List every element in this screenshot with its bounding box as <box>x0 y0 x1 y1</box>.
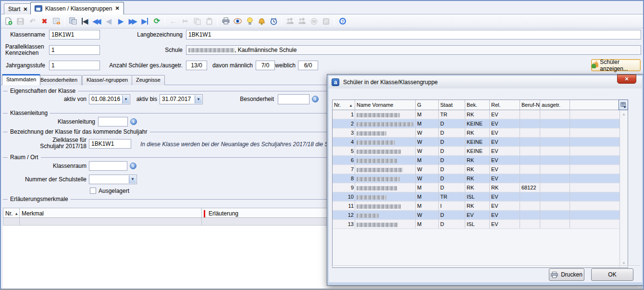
schueler-anzeigen-button[interactable]: Schüler anzeigen... <box>591 59 641 71</box>
klassenname-input[interactable]: 1BK1W1 <box>49 30 100 39</box>
student-row[interactable]: 3WDRKEV <box>333 128 619 138</box>
col-ausgetr[interactable]: ausgetr. <box>540 100 570 110</box>
jahrgangsstufe-input[interactable]: 1 <box>49 61 100 70</box>
cell-beruf_nr: 68122 <box>520 183 540 192</box>
tip-bulb-icon[interactable] <box>244 16 255 27</box>
student-row[interactable]: 1MTRRKEV <box>333 110 619 119</box>
ok-button[interactable]: OK <box>591 268 633 281</box>
merkmal-col-merkmal[interactable]: Merkmal <box>20 208 202 217</box>
nav-last-icon[interactable]: ▶ <box>139 16 150 27</box>
chevron-down-icon[interactable]: ▼ <box>122 95 129 103</box>
close-icon[interactable]: ✕ <box>115 5 119 12</box>
filter-settings-icon[interactable] <box>309 16 320 27</box>
col-beruf-nr[interactable]: Beruf-Nr. <box>520 100 540 110</box>
col-staat[interactable]: Staat <box>439 100 465 110</box>
subtab-klassengruppen[interactable]: Klasse/-ngruppen <box>82 75 132 85</box>
ausgelagert-checkbox[interactable] <box>90 188 96 194</box>
doc-tab-start[interactable]: Start ✕ <box>4 3 32 14</box>
col-g[interactable]: G <box>416 100 439 110</box>
col-rel[interactable]: Rel. <box>490 100 520 110</box>
student-row[interactable]: 4WDKEINEEV <box>333 138 619 147</box>
copy-record-icon[interactable] <box>67 16 78 27</box>
student-row[interactable]: 13MDISLEV <box>333 220 619 229</box>
student-row[interactable]: 6MDRKEV <box>333 156 619 165</box>
klassenraum-input[interactable] <box>89 161 127 171</box>
paste-icon[interactable] <box>204 16 215 27</box>
doc-tab-klassen[interactable]: Klassen / Klassengruppen ✕ <box>30 2 124 14</box>
schulstelle-select[interactable]: ▼ <box>89 175 137 184</box>
nav-next-fast-icon[interactable]: ▶▶ <box>127 16 138 27</box>
chevron-down-icon[interactable]: ▼ <box>195 95 202 103</box>
cut-icon[interactable]: ✂ <box>180 16 191 27</box>
cell-beruf_nr <box>520 110 540 119</box>
cell-staat: D <box>439 128 465 137</box>
student-row[interactable]: 10MTRISLEV <box>333 192 619 202</box>
col-bek[interactable]: Bek. <box>465 100 490 110</box>
klassenleitung-info-icon[interactable]: i <box>130 118 137 125</box>
subtab-zeugnisse[interactable]: Zeugnisse <box>132 75 165 85</box>
dialog-close-button[interactable]: ✕ <box>617 75 636 84</box>
new-record-icon[interactable] <box>3 16 14 27</box>
student-row[interactable]: 12WDEVEV <box>333 211 619 220</box>
redacted-student-name <box>357 131 386 136</box>
scroll-up-icon[interactable]: ▲ <box>620 111 628 118</box>
dialog-titlebar[interactable]: a Schüler in der Klasse/Klassengruppe ✕ <box>329 76 642 88</box>
parallelklassen-label: Parallelklassen Kennzeichen <box>5 44 51 56</box>
delete-record-icon[interactable]: ✖ <box>39 16 50 27</box>
cell-bek: KEINE <box>465 138 490 146</box>
preview-eye-icon[interactable] <box>232 16 243 27</box>
notification-bell-icon[interactable] <box>256 16 267 27</box>
redacted-student-name <box>357 140 395 145</box>
cell-g: W <box>416 174 439 183</box>
student-row[interactable]: 2MDKEINEEV <box>333 119 619 128</box>
besonderheit-info-icon[interactable]: i <box>312 96 319 102</box>
reminder-clock-icon[interactable] <box>268 16 279 27</box>
undo-icon[interactable]: ↶ <box>27 16 38 27</box>
student-row[interactable]: 5WDKEINEEV <box>333 147 619 156</box>
toolbar-separator <box>334 16 334 26</box>
print-icon[interactable] <box>220 16 231 27</box>
cell-name <box>355 211 416 219</box>
drucken-button[interactable]: Drucken <box>549 268 584 281</box>
chevron-down-icon[interactable]: ▼ <box>129 176 136 183</box>
aktiv-von-input[interactable]: 01.08.2016 ▼ <box>89 94 130 104</box>
refresh-icon[interactable]: ⟳ <box>151 16 162 27</box>
notes-icon[interactable] <box>321 16 332 27</box>
klassenleitung-input[interactable] <box>98 117 128 126</box>
copy-icon[interactable] <box>192 16 203 27</box>
col-name-vorname[interactable]: Name Vorname <box>355 100 416 110</box>
redacted-student-name <box>357 223 398 227</box>
parents-group-icon[interactable] <box>297 16 308 27</box>
cell-nr: 4 <box>333 138 355 146</box>
nav-prev-icon[interactable]: ◀ <box>103 16 114 27</box>
zielklasse-input[interactable]: 1BK1W1 <box>89 139 131 149</box>
nav-next-icon[interactable]: ▶ <box>115 16 126 27</box>
nav-prev-fast-icon[interactable]: ◀◀ <box>91 16 102 27</box>
cell-g: M <box>416 220 439 228</box>
student-row[interactable]: 8WDRKEV <box>333 174 619 183</box>
col-nr[interactable]: Nr.▲ <box>333 100 355 110</box>
besonderheit-input[interactable] <box>278 94 310 104</box>
save-icon[interactable] <box>15 16 26 27</box>
back-arrow-icon[interactable]: ← <box>168 16 179 27</box>
cell-g: W <box>416 165 439 174</box>
merkmal-col-nr[interactable]: Nr.▲ <box>3 208 20 217</box>
subtab-besonderheiten[interactable]: Besonderheiten <box>36 75 82 85</box>
parallelklassen-input[interactable]: 1 <box>49 45 100 55</box>
student-row[interactable]: 7WDRKEV <box>333 165 619 174</box>
aktiv-bis-input[interactable]: 31.07.2017 ▼ <box>160 94 203 104</box>
student-row[interactable]: 11MIRKEV <box>333 202 619 211</box>
student-row[interactable]: 9MDRKRK68122 <box>333 183 619 192</box>
dialog-body: Nr.▲ Name Vorname G Staat Bek. Rel. Beru… <box>329 88 642 282</box>
students-group-icon[interactable] <box>285 16 296 27</box>
nav-first-icon[interactable]: ◀ <box>79 16 90 27</box>
klassenraum-info-icon[interactable]: i <box>130 163 136 169</box>
close-icon[interactable]: ✕ <box>23 6 27 13</box>
help-icon[interactable]: ? <box>337 16 348 27</box>
vertical-scrollbar[interactable]: ▲ ▼ <box>619 110 628 267</box>
column-picker-button[interactable] <box>619 100 628 110</box>
langbezeichnung-input[interactable]: 1BK1W1 <box>186 30 641 39</box>
edit-form-remove-icon[interactable] <box>51 16 62 27</box>
cell-staat: D <box>439 119 465 128</box>
subtab-stammdaten[interactable]: Stammdaten <box>2 74 40 85</box>
